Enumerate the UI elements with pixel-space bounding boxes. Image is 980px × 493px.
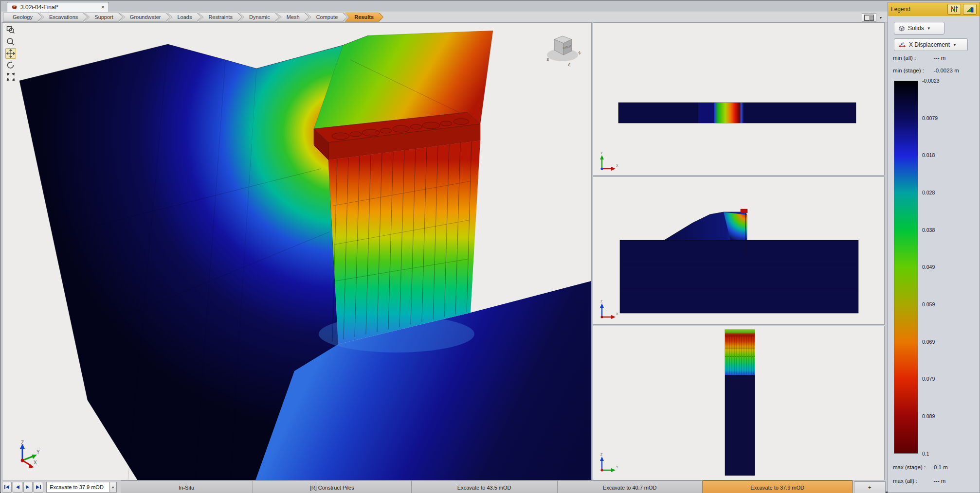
scale-tick: 0.049 bbox=[922, 264, 935, 270]
axis-triad-plan: Y X bbox=[600, 151, 618, 171]
solid-box-icon bbox=[898, 25, 905, 32]
solids-dropdown-label: Solids bbox=[908, 25, 924, 32]
close-icon[interactable]: × bbox=[101, 3, 105, 11]
svg-text:x: x bbox=[903, 42, 904, 44]
scale-tick: -0.0023 bbox=[922, 78, 940, 84]
document-title: 3.02i-04-Final* bbox=[20, 4, 58, 11]
zoom-icon[interactable] bbox=[5, 36, 16, 47]
max-stage-row: max (stage) :0.1 m bbox=[893, 464, 948, 470]
svg-text:Z: Z bbox=[600, 299, 603, 303]
result-type-dropdown[interactable]: u x X Displacement ▼ bbox=[894, 38, 968, 51]
color-scale-bar bbox=[894, 81, 918, 454]
axis-triad-front: Z Y bbox=[600, 453, 618, 472]
viewport-front[interactable]: Z Y bbox=[593, 326, 885, 480]
ribbon-tab-dynamic[interactable]: Dynamic bbox=[239, 13, 280, 22]
ribbon-tab-groundwater[interactable]: Groundwater bbox=[120, 13, 171, 22]
solids-dropdown[interactable]: Solids ▼ bbox=[894, 22, 944, 35]
scale-tick: 0.059 bbox=[922, 301, 935, 307]
stage-tabs: In-Situ [R] Construct Piles Excavate to … bbox=[121, 480, 853, 493]
zoom-window-icon[interactable] bbox=[5, 25, 16, 35]
scale-tick: 0.028 bbox=[922, 190, 935, 195]
svg-text:Z: Z bbox=[21, 440, 24, 445]
scale-tick: 0.1 bbox=[922, 451, 929, 457]
ribbon-tab-restraints[interactable]: Restraints bbox=[199, 13, 242, 22]
min-all-row: min (all) :--- m bbox=[893, 55, 945, 61]
axis-triad-section: Z X bbox=[600, 299, 618, 319]
workspace: RIGHT S E N Z Y X bbox=[2, 22, 980, 480]
stage-selector-value: Excavate to 37.9 mOD bbox=[50, 484, 104, 490]
min-stage-value: -0.0023 m bbox=[934, 68, 959, 73]
svg-text:Y: Y bbox=[36, 449, 40, 455]
x-displacement-icon: u x bbox=[898, 42, 906, 48]
stage-tab-insitu[interactable]: In-Situ bbox=[121, 480, 253, 493]
ribbon-tab-geology[interactable]: Geology bbox=[3, 13, 42, 22]
result-type-label: X Displacement bbox=[909, 41, 950, 48]
ribbon-tab-support[interactable]: Support bbox=[85, 13, 123, 22]
scale-tick: 0.018 bbox=[922, 152, 935, 158]
min-stage-row: min (stage) :-0.0023 m bbox=[893, 68, 959, 73]
pan-icon[interactable] bbox=[5, 48, 16, 59]
scale-tick: 0.079 bbox=[922, 376, 935, 382]
zoom-extents-icon[interactable] bbox=[5, 71, 16, 82]
compass-s-label: S bbox=[546, 57, 549, 62]
stage-tab-excavate-43-5[interactable]: Excavate to 43.5 mOD bbox=[412, 480, 558, 493]
display-options-button[interactable] bbox=[947, 4, 961, 15]
scale-tick: 0.089 bbox=[922, 413, 935, 419]
svg-text:X: X bbox=[34, 460, 37, 465]
stage-selector[interactable]: Excavate to 37.9 mOD bbox=[46, 482, 110, 493]
front-view-render: Z Y bbox=[593, 326, 884, 480]
document-tabbar: 3.02i-04-Final* × bbox=[1, 1, 980, 12]
viewport-section[interactable]: Z X bbox=[593, 176, 885, 325]
stage-tab-construct-piles[interactable]: [R] Construct Piles bbox=[253, 480, 412, 493]
svg-text:Z: Z bbox=[600, 453, 603, 456]
view-cube[interactable]: RIGHT S E N bbox=[543, 31, 582, 68]
legend-header: Legend bbox=[888, 2, 980, 16]
model-3d-render bbox=[2, 23, 591, 480]
axis-triad-main: Z Y X bbox=[15, 440, 42, 469]
add-stage-button[interactable]: + bbox=[854, 481, 886, 493]
ribbon-tab-compute[interactable]: Compute bbox=[307, 13, 348, 22]
app-window: 3.02i-04-Final* × Geology Excavations Su… bbox=[0, 0, 980, 493]
svg-text:X: X bbox=[616, 312, 618, 316]
viewport-layout-button[interactable] bbox=[862, 13, 876, 22]
layout-panes-icon bbox=[864, 15, 874, 21]
legend-title: Legend bbox=[891, 6, 910, 13]
rotate-icon[interactable] bbox=[5, 60, 16, 70]
plan-view-render: Y X bbox=[593, 23, 884, 175]
svg-text:X: X bbox=[616, 164, 618, 167]
compass-e-label: E bbox=[567, 62, 571, 67]
section-view-render: Z X bbox=[593, 177, 884, 324]
chevron-down-icon: ▼ bbox=[927, 26, 931, 31]
model-file-icon bbox=[11, 4, 18, 10]
scale-tick: 0.038 bbox=[922, 227, 935, 233]
document-tab[interactable]: 3.02i-04-Final* × bbox=[7, 2, 109, 12]
ribbon-tab-excavations[interactable]: Excavations bbox=[39, 13, 88, 22]
max-all-value: --- m bbox=[934, 478, 945, 484]
svg-text:Y: Y bbox=[616, 465, 618, 469]
stage-tab-excavate-37-9[interactable]: Excavate to 37.9 mOD bbox=[703, 480, 853, 493]
previous-stage-button[interactable] bbox=[13, 482, 22, 493]
viewport-plan[interactable]: Y X bbox=[593, 22, 885, 176]
legend-panel: Legend bbox=[888, 2, 980, 493]
ribbon-tab-results[interactable]: Results bbox=[345, 13, 383, 22]
last-stage-button[interactable] bbox=[34, 482, 43, 493]
ribbon-tab-loads[interactable]: Loads bbox=[167, 13, 201, 22]
stage-selector-arrow[interactable]: ▼ bbox=[110, 482, 117, 493]
viewport-3d[interactable]: RIGHT S E N Z Y X bbox=[2, 22, 592, 480]
first-stage-button[interactable] bbox=[2, 482, 12, 493]
viewport-toolbar bbox=[5, 25, 17, 82]
svg-text:Y: Y bbox=[600, 151, 603, 155]
ribbon-tab-mesh[interactable]: Mesh bbox=[277, 13, 309, 22]
contour-icon bbox=[966, 6, 974, 13]
scale-tick: 0.069 bbox=[922, 339, 935, 345]
chevron-down-icon: ▼ bbox=[953, 43, 957, 47]
workflow-ribbon: Geology Excavations Support Groundwater … bbox=[1, 12, 980, 22]
next-stage-button[interactable] bbox=[23, 482, 33, 493]
contour-range-button[interactable] bbox=[963, 4, 977, 15]
stage-tab-excavate-40-7[interactable]: Excavate to 40.7 mOD bbox=[558, 480, 703, 493]
min-all-value: --- m bbox=[934, 55, 945, 61]
stage-bar: Excavate to 37.9 mOD ▼ In-Situ [R] Const… bbox=[1, 480, 886, 493]
layout-dropdown-arrow[interactable]: ▼ bbox=[878, 13, 884, 22]
max-stage-value: 0.1 m bbox=[934, 464, 948, 470]
scale-tick: 0.0079 bbox=[922, 115, 938, 121]
